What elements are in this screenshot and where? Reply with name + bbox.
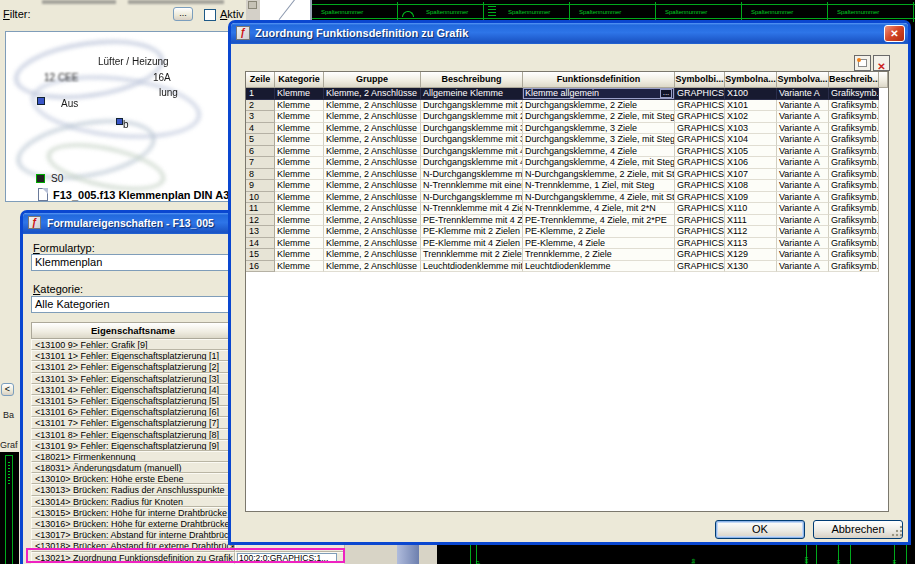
property-list-header[interactable]: Eigenschaftsname (31, 322, 235, 339)
table-row[interactable]: 6KlemmeKlemme, 2 AnschlüsseDurchgangskle… (246, 146, 888, 158)
cad-grid-cell: Spaltennummer (742, 2, 828, 22)
table-cell: Durchgangsklemme, 2 Ziele (523, 100, 675, 112)
table-cell: GRAPHICS (675, 226, 725, 238)
table-row[interactable]: 14KlemmeKlemme, 2 AnschlüssePE-Klemme mi… (246, 238, 888, 250)
filter-label: Filter: (3, 8, 31, 20)
table-cell: 8 (246, 169, 275, 181)
column-header[interactable]: Beschreibung (421, 72, 523, 88)
table-row[interactable]: 15KlemmeKlemme, 2 AnschlüsseTrennklemme … (246, 249, 888, 261)
column-header[interactable]: Symbolna... (725, 72, 777, 88)
cad-grid-cell: Spaltennummer (484, 2, 570, 22)
table-cell: 4 (246, 123, 275, 135)
table-cell: GRAPHICS (675, 169, 725, 181)
inline-editor-text: Klemme allgemein (525, 88, 599, 99)
table-row[interactable]: 13KlemmeKlemme, 2 AnschlüssePE-Klemme mi… (246, 226, 888, 238)
table-row[interactable]: 16KlemmeKlemme, 2 AnschlüsseLeuchtdioden… (246, 261, 888, 273)
filter-browse-button[interactable]: ... (173, 7, 193, 21)
table-cell: PE-Trennklemme, 4 Ziele, mit 2*PE (523, 215, 675, 227)
table-row[interactable]: 3KlemmeKlemme, 2 AnschlüsseDurchgangskle… (246, 111, 888, 123)
column-header[interactable]: Symbolva... (777, 72, 829, 88)
column-header[interactable]: Funktionsdefinition (523, 72, 675, 88)
property-name: <13101 7> Fehler: Eigenschaftsplatzierun… (31, 417, 235, 428)
table-cell: 16 (246, 261, 275, 273)
property-value-field[interactable]: 100;2;0;GRAPHICS;1... (237, 553, 337, 563)
main-dialog-titlebar[interactable]: ƒ Zuordnung Funktionsdefinition zu Grafi… (231, 23, 908, 44)
column-header[interactable]: Beschreib... (829, 72, 879, 88)
table-cell: Durchgangsklemme, 3 Ziele (523, 123, 675, 135)
cad-arc-symbol (402, 11, 414, 17)
table-cell: Klemme, 2 Anschlüsse (324, 111, 421, 123)
table-cell: Grafiksymb... (829, 157, 879, 169)
table-cell: Durchgangsklemme, 4 Ziele (523, 146, 675, 158)
table-cell: Grafiksymb... (829, 238, 879, 250)
table-cell: Durchgangsklemme, 2 Ziele, mit Steg (523, 111, 675, 123)
line-tool-button[interactable] (260, 0, 312, 20)
table-cell: Klemme, 2 Anschlüsse (324, 157, 421, 169)
delete-row-button[interactable]: ✕ (873, 55, 890, 71)
table-cell: 13 (246, 226, 275, 238)
table-cell: Grafiksymb... (829, 261, 879, 273)
table-row[interactable]: 10KlemmeKlemme, 2 AnschlüsseN-Durchgangs… (246, 192, 888, 204)
tab-fragment-ba[interactable]: Ba (3, 410, 17, 420)
main-dialog-title: Zuordnung Funktionsdefinition zu Grafik (255, 27, 468, 39)
table-cell: Durchgangsklemme mit 4 Zi... (421, 157, 523, 169)
table-cell: Klemme (275, 238, 324, 250)
table-row[interactable]: 1KlemmeKlemme, 2 AnschlüsseAllgemeine Kl… (246, 88, 888, 100)
table-cell: Variante A (777, 134, 829, 146)
property-name: <13016> Brücken: Höhe für externe Drahtb… (31, 518, 235, 529)
table-cell: Klemme, 2 Anschlüsse (324, 226, 421, 238)
table-cell: 3 (246, 111, 275, 123)
table-cell: Klemme (275, 180, 324, 192)
property-name: <13101 8> Fehler: Eigenschaftsplatzierun… (31, 429, 235, 440)
cancel-button[interactable]: Abbrechen (813, 520, 903, 539)
tree-item-fragment: lung (159, 87, 178, 98)
table-cell: X113 (725, 238, 777, 250)
table-row[interactable]: 5KlemmeKlemme, 2 AnschlüsseDurchgangskle… (246, 134, 888, 146)
property-row[interactable]: <13021> Zuordnung Funktionsdefinition zu… (31, 552, 345, 563)
table-cell: Variante A (777, 123, 829, 135)
tab-fragment-grafik[interactable]: Grafis (0, 440, 18, 450)
table-cell: Klemme, 2 Anschlüsse (324, 180, 421, 192)
edit-cell-button[interactable] (854, 55, 871, 71)
resize-grip[interactable] (891, 525, 903, 537)
column-header[interactable]: Symbolbi... (675, 72, 725, 88)
table-row[interactable]: 9KlemmeKlemme, 2 AnschlüsseN-Trennklemme… (246, 180, 888, 192)
property-name: <13101 9> Fehler: Eigenschaftsplatzierun… (31, 440, 235, 451)
table-cell: Klemme (275, 157, 324, 169)
cell-browse-button[interactable]: ... (660, 89, 672, 98)
table-cell: Grafiksymb... (829, 146, 879, 158)
table-cell: Variante A (777, 111, 829, 123)
table-row[interactable]: 8KlemmeKlemme, 2 AnschlüsseN-Durchgangsk… (246, 169, 888, 181)
table-cell: Klemme, 2 Anschlüsse (324, 192, 421, 204)
column-header[interactable]: Gruppe (324, 72, 421, 88)
tree-item-fragment: b (123, 119, 129, 130)
table-row[interactable]: 2KlemmeKlemme, 2 AnschlüsseDurchgangskle… (246, 100, 888, 112)
table-cell: Klemme, 2 Anschlüsse (324, 169, 421, 181)
table-cell: Klemme (275, 249, 324, 261)
table-cell: Variante A (777, 261, 829, 273)
cad-grid-cell: Spaltennummer (570, 2, 656, 22)
property-name: <13021> Zuordnung Funktionsdefinition zu… (31, 552, 235, 563)
table-row[interactable]: 7KlemmeKlemme, 2 AnschlüsseDurchgangskle… (246, 157, 888, 169)
table-cell: 6 (246, 146, 275, 158)
table-row[interactable]: 12KlemmeKlemme, 2 AnschlüssePE-Trennklem… (246, 215, 888, 227)
scroll-left-button[interactable]: < (1, 383, 14, 396)
table-cell: Variante A (777, 203, 829, 215)
table-cell: N-Durchgangsklemme, 2 Ziele, mit Steg (523, 169, 675, 181)
scrollbar-fragment[interactable] (397, 545, 419, 564)
column-header[interactable]: Zeile (246, 72, 275, 88)
column-header[interactable]: Kategorie (275, 72, 324, 88)
app-icon: ƒ (28, 216, 41, 229)
tree-item-fragment: 12 CEE (44, 72, 78, 83)
edit-icon (858, 59, 867, 67)
ok-button[interactable]: OK (715, 520, 805, 539)
table-row[interactable]: 4KlemmeKlemme, 2 AnschlüsseDurchgangskle… (246, 123, 888, 135)
tree-selected-item[interactable]: F13_005.f13 Klemmenplan DIN A3 Quer 35 (53, 189, 231, 201)
table-cell: X129 (725, 249, 777, 261)
project-tree-panel[interactable]: Lüfter / Heizung 12 CEE 16A lung Aus b S… (5, 31, 231, 202)
tree-node-icon (36, 174, 45, 183)
table-cell: 14 (246, 238, 275, 250)
aktiv-checkbox[interactable] (204, 9, 216, 21)
table-row[interactable]: 11KlemmeKlemme, 2 AnschlüsseN-Trennklemm… (246, 203, 888, 215)
close-icon[interactable]: ✕ (884, 25, 905, 42)
